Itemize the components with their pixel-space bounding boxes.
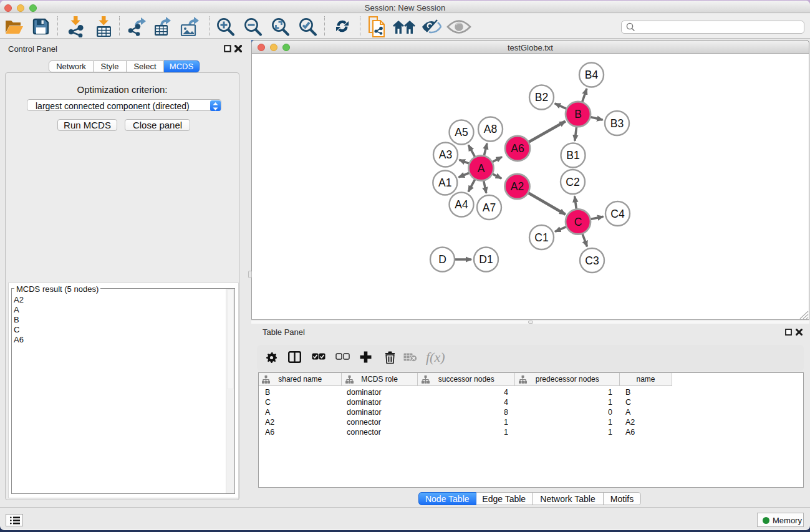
svg-text:A: A bbox=[478, 162, 485, 175]
svg-text:B1: B1 bbox=[566, 149, 579, 162]
svg-text:A8: A8 bbox=[484, 123, 497, 135]
svg-text:B3: B3 bbox=[610, 117, 624, 130]
svg-text:A3: A3 bbox=[439, 148, 452, 161]
svg-text:C: C bbox=[574, 216, 582, 228]
svg-text:A6: A6 bbox=[511, 142, 524, 155]
svg-text:A7: A7 bbox=[483, 201, 496, 214]
svg-text:C1: C1 bbox=[534, 231, 548, 244]
svg-text:C3: C3 bbox=[585, 254, 599, 267]
svg-text:B4: B4 bbox=[585, 69, 599, 81]
svg-text:B2: B2 bbox=[535, 91, 548, 104]
svg-text:A4: A4 bbox=[455, 198, 468, 211]
svg-text:A1: A1 bbox=[438, 177, 451, 189]
svg-text:C2: C2 bbox=[566, 176, 579, 188]
svg-text:A2: A2 bbox=[511, 180, 524, 193]
svg-text:D1: D1 bbox=[479, 253, 493, 266]
svg-text:A5: A5 bbox=[455, 126, 468, 138]
svg-text:D: D bbox=[438, 253, 446, 266]
svg-text:C4: C4 bbox=[610, 208, 625, 220]
svg-text:B: B bbox=[574, 108, 582, 120]
